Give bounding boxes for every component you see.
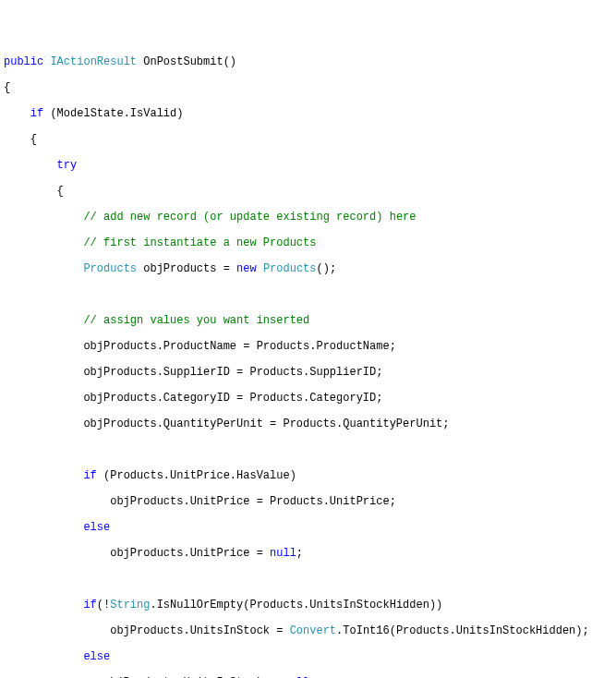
keyword: else	[83, 650, 110, 663]
keyword: if	[83, 469, 96, 482]
text: (!	[97, 599, 110, 611]
text: (ModelState.IsValid)	[43, 107, 183, 120]
code-line: // first instantiate a new Products	[4, 236, 612, 249]
code-line: // add new record (or update existing re…	[4, 211, 612, 224]
keyword: null	[270, 547, 296, 560]
code-line: {	[4, 81, 612, 94]
code-line	[4, 573, 612, 586]
text: objProducts.UnitsInStock =	[4, 624, 290, 637]
code-line: objProducts.ProductName = Products.Produ…	[4, 340, 612, 353]
keyword: new	[236, 262, 257, 275]
code-line: objProducts.UnitsInStock = Convert.ToInt…	[4, 624, 612, 637]
code-line: objProducts.UnitPrice = Products.UnitPri…	[4, 495, 612, 508]
text: .IsNullOrEmpty(Products.UnitsInStockHidd…	[150, 599, 442, 611]
keyword: if	[30, 107, 43, 120]
code-line: else	[4, 650, 612, 663]
code-line: objProducts.CategoryID = Products.Catego…	[4, 392, 612, 405]
text: .ToInt16(Products.UnitsInStockHidden);	[336, 624, 589, 637]
code-line: else	[4, 521, 612, 534]
keyword: if	[83, 599, 96, 611]
code-line: objProducts.QuantityPerUnit = Products.Q…	[4, 418, 612, 430]
code-line: {	[4, 185, 612, 198]
comment: // add new record (or update existing re…	[83, 211, 416, 224]
comment: // assign values you want inserted	[83, 314, 309, 327]
code-line: // assign values you want inserted	[4, 314, 612, 327]
code-line: {	[4, 133, 612, 146]
text: objProducts.UnitPrice =	[4, 547, 270, 560]
code-line	[4, 288, 612, 301]
code-line: try	[4, 159, 612, 172]
code-line: public IActionResult OnPostSubmit()	[4, 55, 612, 68]
keyword: public	[4, 55, 43, 68]
code-line: objProducts.SupplierID = Products.Suppli…	[4, 366, 612, 379]
text: ();	[316, 262, 336, 275]
comment: // first instantiate a new Products	[83, 236, 316, 249]
type: Products	[83, 262, 137, 275]
keyword: try	[57, 159, 78, 172]
code-line: objProducts.UnitPrice = null;	[4, 547, 612, 560]
type: String	[110, 599, 150, 611]
keyword: else	[83, 521, 110, 534]
code-line: if(!String.IsNullOrEmpty(Products.UnitsI…	[4, 599, 612, 611]
text: ;	[296, 547, 303, 560]
code-line	[4, 443, 612, 456]
code-line: if (ModelState.IsValid)	[4, 107, 612, 120]
text: (Products.UnitPrice.HasValue)	[97, 469, 296, 482]
type: Products	[263, 262, 317, 275]
code-line: Products objProducts = new Products();	[4, 262, 612, 275]
code-line: if (Products.UnitPrice.HasValue)	[4, 469, 612, 482]
text: OnPostSubmit()	[137, 55, 236, 68]
type: IActionResult	[50, 55, 137, 68]
text: objProducts =	[137, 262, 236, 275]
type: Convert	[290, 624, 336, 637]
code-block: public IActionResult OnPostSubmit() { if…	[4, 55, 612, 678]
